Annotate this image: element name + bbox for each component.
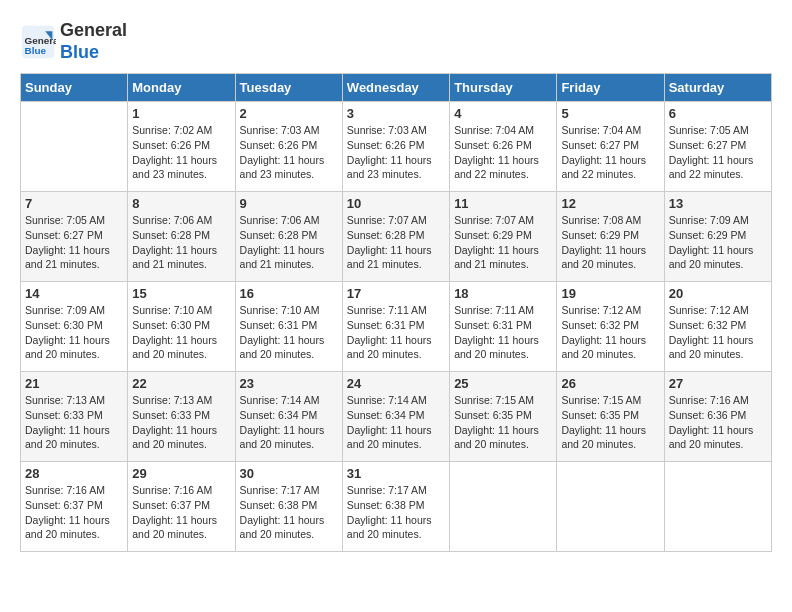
day-number: 9 (240, 196, 338, 211)
day-number: 7 (25, 196, 123, 211)
week-row-1: 1Sunrise: 7:02 AM Sunset: 6:26 PM Daylig… (21, 102, 772, 192)
day-cell: 21Sunrise: 7:13 AM Sunset: 6:33 PM Dayli… (21, 372, 128, 462)
day-header-saturday: Saturday (664, 74, 771, 102)
day-number: 18 (454, 286, 552, 301)
day-number: 25 (454, 376, 552, 391)
day-cell: 27Sunrise: 7:16 AM Sunset: 6:36 PM Dayli… (664, 372, 771, 462)
day-number: 19 (561, 286, 659, 301)
day-cell: 19Sunrise: 7:12 AM Sunset: 6:32 PM Dayli… (557, 282, 664, 372)
day-cell: 24Sunrise: 7:14 AM Sunset: 6:34 PM Dayli… (342, 372, 449, 462)
day-number: 24 (347, 376, 445, 391)
day-info: Sunrise: 7:10 AM Sunset: 6:30 PM Dayligh… (132, 303, 230, 362)
day-cell: 5Sunrise: 7:04 AM Sunset: 6:27 PM Daylig… (557, 102, 664, 192)
day-info: Sunrise: 7:13 AM Sunset: 6:33 PM Dayligh… (132, 393, 230, 452)
day-info: Sunrise: 7:11 AM Sunset: 6:31 PM Dayligh… (454, 303, 552, 362)
day-cell: 14Sunrise: 7:09 AM Sunset: 6:30 PM Dayli… (21, 282, 128, 372)
week-row-5: 28Sunrise: 7:16 AM Sunset: 6:37 PM Dayli… (21, 462, 772, 552)
day-number: 22 (132, 376, 230, 391)
day-cell: 22Sunrise: 7:13 AM Sunset: 6:33 PM Dayli… (128, 372, 235, 462)
day-cell: 6Sunrise: 7:05 AM Sunset: 6:27 PM Daylig… (664, 102, 771, 192)
day-cell: 29Sunrise: 7:16 AM Sunset: 6:37 PM Dayli… (128, 462, 235, 552)
day-number: 20 (669, 286, 767, 301)
day-number: 17 (347, 286, 445, 301)
day-number: 23 (240, 376, 338, 391)
day-info: Sunrise: 7:15 AM Sunset: 6:35 PM Dayligh… (561, 393, 659, 452)
header: General Blue General Blue (20, 20, 772, 63)
day-cell: 28Sunrise: 7:16 AM Sunset: 6:37 PM Dayli… (21, 462, 128, 552)
day-number: 1 (132, 106, 230, 121)
day-info: Sunrise: 7:14 AM Sunset: 6:34 PM Dayligh… (240, 393, 338, 452)
day-info: Sunrise: 7:11 AM Sunset: 6:31 PM Dayligh… (347, 303, 445, 362)
day-cell: 15Sunrise: 7:10 AM Sunset: 6:30 PM Dayli… (128, 282, 235, 372)
day-number: 4 (454, 106, 552, 121)
week-row-3: 14Sunrise: 7:09 AM Sunset: 6:30 PM Dayli… (21, 282, 772, 372)
day-header-sunday: Sunday (21, 74, 128, 102)
day-cell: 16Sunrise: 7:10 AM Sunset: 6:31 PM Dayli… (235, 282, 342, 372)
day-info: Sunrise: 7:04 AM Sunset: 6:26 PM Dayligh… (454, 123, 552, 182)
day-number: 30 (240, 466, 338, 481)
day-cell: 12Sunrise: 7:08 AM Sunset: 6:29 PM Dayli… (557, 192, 664, 282)
day-info: Sunrise: 7:17 AM Sunset: 6:38 PM Dayligh… (347, 483, 445, 542)
day-cell (557, 462, 664, 552)
day-info: Sunrise: 7:16 AM Sunset: 6:36 PM Dayligh… (669, 393, 767, 452)
day-cell: 1Sunrise: 7:02 AM Sunset: 6:26 PM Daylig… (128, 102, 235, 192)
day-info: Sunrise: 7:06 AM Sunset: 6:28 PM Dayligh… (132, 213, 230, 272)
day-cell: 4Sunrise: 7:04 AM Sunset: 6:26 PM Daylig… (450, 102, 557, 192)
day-info: Sunrise: 7:06 AM Sunset: 6:28 PM Dayligh… (240, 213, 338, 272)
day-cell: 26Sunrise: 7:15 AM Sunset: 6:35 PM Dayli… (557, 372, 664, 462)
day-info: Sunrise: 7:05 AM Sunset: 6:27 PM Dayligh… (669, 123, 767, 182)
day-info: Sunrise: 7:16 AM Sunset: 6:37 PM Dayligh… (25, 483, 123, 542)
day-number: 31 (347, 466, 445, 481)
logo-text-blue: Blue (60, 42, 127, 64)
day-cell: 20Sunrise: 7:12 AM Sunset: 6:32 PM Dayli… (664, 282, 771, 372)
day-header-monday: Monday (128, 74, 235, 102)
day-number: 2 (240, 106, 338, 121)
day-header-wednesday: Wednesday (342, 74, 449, 102)
day-number: 5 (561, 106, 659, 121)
calendar-table: SundayMondayTuesdayWednesdayThursdayFrid… (20, 73, 772, 552)
day-info: Sunrise: 7:03 AM Sunset: 6:26 PM Dayligh… (347, 123, 445, 182)
day-number: 15 (132, 286, 230, 301)
day-cell (450, 462, 557, 552)
day-number: 3 (347, 106, 445, 121)
day-cell: 25Sunrise: 7:15 AM Sunset: 6:35 PM Dayli… (450, 372, 557, 462)
day-cell: 9Sunrise: 7:06 AM Sunset: 6:28 PM Daylig… (235, 192, 342, 282)
day-info: Sunrise: 7:09 AM Sunset: 6:30 PM Dayligh… (25, 303, 123, 362)
week-row-2: 7Sunrise: 7:05 AM Sunset: 6:27 PM Daylig… (21, 192, 772, 282)
day-info: Sunrise: 7:03 AM Sunset: 6:26 PM Dayligh… (240, 123, 338, 182)
day-number: 11 (454, 196, 552, 211)
day-cell: 2Sunrise: 7:03 AM Sunset: 6:26 PM Daylig… (235, 102, 342, 192)
day-cell (664, 462, 771, 552)
day-header-friday: Friday (557, 74, 664, 102)
day-number: 26 (561, 376, 659, 391)
day-cell: 3Sunrise: 7:03 AM Sunset: 6:26 PM Daylig… (342, 102, 449, 192)
day-info: Sunrise: 7:10 AM Sunset: 6:31 PM Dayligh… (240, 303, 338, 362)
day-number: 8 (132, 196, 230, 211)
svg-text:Blue: Blue (25, 44, 47, 55)
day-info: Sunrise: 7:17 AM Sunset: 6:38 PM Dayligh… (240, 483, 338, 542)
day-number: 29 (132, 466, 230, 481)
day-info: Sunrise: 7:12 AM Sunset: 6:32 PM Dayligh… (669, 303, 767, 362)
day-info: Sunrise: 7:07 AM Sunset: 6:28 PM Dayligh… (347, 213, 445, 272)
header-row: SundayMondayTuesdayWednesdayThursdayFrid… (21, 74, 772, 102)
day-cell: 23Sunrise: 7:14 AM Sunset: 6:34 PM Dayli… (235, 372, 342, 462)
logo-text-general: General (60, 20, 127, 42)
day-number: 14 (25, 286, 123, 301)
day-number: 21 (25, 376, 123, 391)
day-number: 10 (347, 196, 445, 211)
day-cell: 18Sunrise: 7:11 AM Sunset: 6:31 PM Dayli… (450, 282, 557, 372)
day-info: Sunrise: 7:02 AM Sunset: 6:26 PM Dayligh… (132, 123, 230, 182)
day-info: Sunrise: 7:04 AM Sunset: 6:27 PM Dayligh… (561, 123, 659, 182)
day-cell (21, 102, 128, 192)
day-number: 16 (240, 286, 338, 301)
day-info: Sunrise: 7:16 AM Sunset: 6:37 PM Dayligh… (132, 483, 230, 542)
day-info: Sunrise: 7:05 AM Sunset: 6:27 PM Dayligh… (25, 213, 123, 272)
day-cell: 8Sunrise: 7:06 AM Sunset: 6:28 PM Daylig… (128, 192, 235, 282)
day-info: Sunrise: 7:09 AM Sunset: 6:29 PM Dayligh… (669, 213, 767, 272)
day-cell: 7Sunrise: 7:05 AM Sunset: 6:27 PM Daylig… (21, 192, 128, 282)
day-info: Sunrise: 7:08 AM Sunset: 6:29 PM Dayligh… (561, 213, 659, 272)
day-info: Sunrise: 7:07 AM Sunset: 6:29 PM Dayligh… (454, 213, 552, 272)
day-number: 6 (669, 106, 767, 121)
day-number: 27 (669, 376, 767, 391)
day-info: Sunrise: 7:12 AM Sunset: 6:32 PM Dayligh… (561, 303, 659, 362)
